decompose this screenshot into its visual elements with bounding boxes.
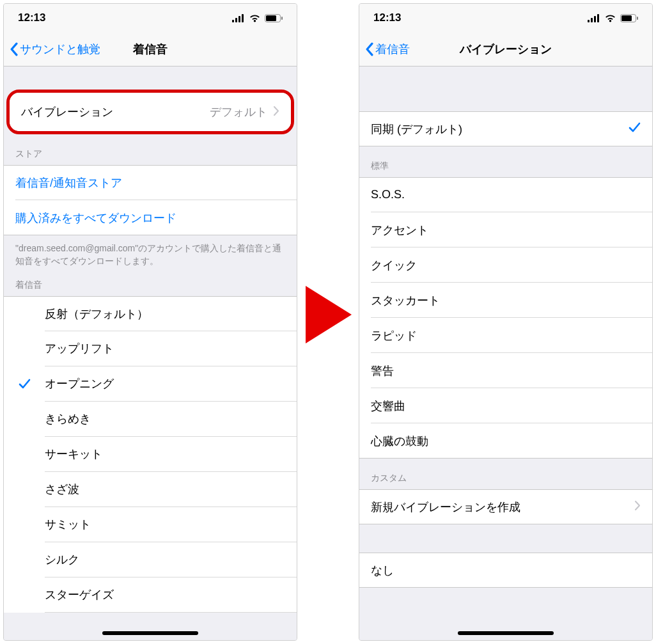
home-indicator[interactable] [102, 631, 198, 635]
svg-rect-7 [588, 20, 590, 22]
ringtone-list: 反射（デフォルト）アップリフトオープニングきらめきサーキットさざ波サミットシルク… [4, 296, 297, 613]
status-indicators [588, 14, 638, 22]
status-time: 12:13 [373, 12, 401, 24]
ringtone-label: オープニング [45, 376, 114, 391]
svg-rect-1 [235, 18, 237, 22]
custom-header: カスタム [359, 459, 652, 489]
chevron-left-icon [9, 42, 19, 56]
standard-vibration-label: ラピッド [371, 328, 417, 343]
svg-rect-2 [238, 16, 240, 22]
create-vibration-label: 新規バイブレーションを作成 [371, 499, 520, 515]
standard-vibration-label: クイック [371, 258, 417, 273]
store-footer: "dream.seed.com@gmail.com"のアカウントで購入した着信音… [4, 235, 297, 271]
store-header: ストア [4, 134, 297, 165]
chevron-left-icon [364, 42, 374, 56]
standard-list: S.O.S.アクセントクイックスタッカートラピッド警告交響曲心臓の鼓動 [359, 177, 652, 459]
tone-store-label: 着信音/通知音ストア [15, 175, 122, 191]
chevron-right-icon [274, 106, 279, 119]
battery-icon [620, 14, 638, 22]
vibration-label: バイブレーション [21, 104, 113, 120]
standard-vibration-label: アクセント [371, 223, 428, 238]
status-bar: 12:13 [359, 4, 652, 32]
ringtone-label: 反射（デフォルト） [45, 306, 148, 322]
standard-vibration-label: S.O.S. [371, 188, 405, 201]
standard-vibration-label: 警告 [371, 363, 394, 379]
ringtone-row[interactable]: 反射（デフォルト） [4, 296, 297, 331]
standard-vibration-row[interactable]: ラピッド [359, 318, 652, 353]
sync-default-row[interactable]: 同期 (デフォルト) [359, 111, 652, 146]
ringtone-label: サーキット [45, 446, 102, 462]
standard-vibration-row[interactable]: S.O.S. [359, 177, 652, 212]
svg-rect-9 [594, 16, 596, 22]
checkmark-icon [629, 122, 641, 136]
standard-vibration-row[interactable]: 心臓の鼓動 [359, 423, 652, 459]
status-time: 12:13 [18, 12, 45, 24]
svg-rect-13 [637, 17, 638, 20]
status-bar: 12:13 [4, 4, 297, 32]
svg-rect-5 [266, 15, 276, 21]
ringtone-label: サミット [45, 517, 91, 532]
vibration-value: デフォルト [210, 104, 270, 120]
back-button-sounds[interactable]: サウンドと触覚 [4, 42, 100, 57]
ringtone-label: さざ波 [45, 482, 79, 497]
standard-vibration-row[interactable]: 交響曲 [359, 388, 652, 423]
ringtone-label: アップリフト [45, 341, 114, 356]
content-right: 同期 (デフォルト) 標準 S.O.S.アクセントクイックスタッカートラピッド警… [359, 67, 652, 640]
phone-right-vibration-settings: 12:13 着信音 バイブレーション 同期 (デフォルト) 標準 [359, 3, 653, 641]
create-vibration-row[interactable]: 新規バイブレーションを作成 [359, 489, 652, 524]
wifi-icon [604, 14, 616, 22]
none-row[interactable]: なし [359, 553, 652, 588]
ringtone-row[interactable]: サーキット [4, 437, 297, 472]
ringtone-row[interactable]: スターゲイズ [4, 577, 297, 613]
cellular-icon [588, 14, 600, 22]
ringtone-label: シルク [45, 552, 79, 567]
chevron-right-icon [635, 500, 641, 514]
nav-bar: 着信音 バイブレーション [359, 32, 652, 67]
battery-icon [265, 14, 283, 22]
standard-vibration-row[interactable]: スタッカート [359, 283, 652, 318]
ringtone-row[interactable]: きらめき [4, 402, 297, 437]
vibration-row[interactable]: バイブレーション デフォルト [10, 93, 291, 131]
svg-rect-12 [621, 15, 632, 21]
ringtone-label: きらめき [45, 411, 91, 427]
cellular-icon [232, 14, 245, 22]
checkmark-icon [4, 379, 45, 389]
standard-header: 標準 [359, 146, 652, 177]
phone-left-ringtone-settings: 12:13 サウンドと触覚 着信音 バイブレーション デフォルト [3, 3, 297, 641]
svg-rect-8 [591, 18, 593, 22]
standard-vibration-label: スタッカート [371, 293, 440, 308]
ringtones-header: 着信音 [4, 271, 297, 296]
ringtone-row[interactable]: オープニング [4, 366, 297, 402]
ringtone-label: スターゲイズ [45, 587, 114, 602]
status-indicators [232, 14, 283, 22]
standard-vibration-row[interactable]: クイック [359, 247, 652, 283]
content-left: バイブレーション デフォルト ストア 着信音/通知音ストア 購入済みをすべてダウ… [4, 67, 297, 640]
nav-bar: サウンドと触覚 着信音 [4, 32, 297, 67]
svg-rect-10 [597, 14, 599, 22]
sync-label: 同期 (デフォルト) [371, 122, 462, 137]
svg-rect-0 [232, 20, 234, 22]
arrow-right-icon [306, 286, 352, 343]
ringtone-row[interactable]: アップリフト [4, 331, 297, 366]
highlight-vibration-row: バイブレーション デフォルト [6, 90, 294, 134]
back-label: サウンドと触覚 [20, 42, 100, 57]
none-label: なし [371, 563, 394, 578]
standard-vibration-label: 交響曲 [371, 398, 405, 414]
back-button-ringtone[interactable]: 着信音 [359, 42, 410, 57]
wifi-icon [249, 14, 261, 22]
tone-store-link[interactable]: 着信音/通知音ストア [4, 165, 297, 200]
ringtone-row[interactable]: さざ波 [4, 472, 297, 507]
back-label: 着信音 [375, 42, 410, 57]
svg-rect-3 [242, 14, 244, 22]
download-all-link[interactable]: 購入済みをすべてダウンロード [4, 200, 297, 235]
standard-vibration-row[interactable]: 警告 [359, 353, 652, 388]
download-all-label: 購入済みをすべてダウンロード [15, 210, 176, 226]
standard-vibration-label: 心臓の鼓動 [371, 434, 428, 449]
standard-vibration-row[interactable]: アクセント [359, 212, 652, 247]
ringtone-row[interactable]: サミット [4, 507, 297, 542]
ringtone-row[interactable]: シルク [4, 542, 297, 577]
home-indicator[interactable] [458, 631, 554, 635]
svg-rect-6 [281, 17, 283, 20]
